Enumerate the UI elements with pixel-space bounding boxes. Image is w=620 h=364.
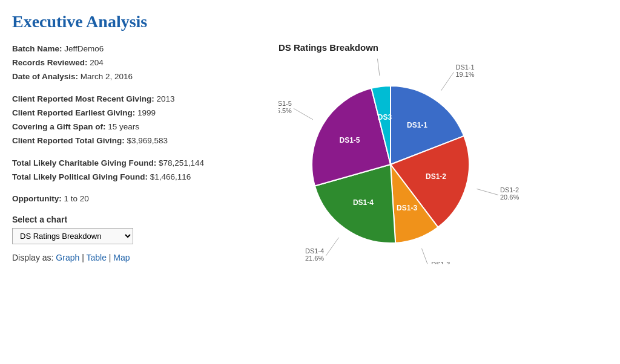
svg-text:DS1-2: DS1-2 (426, 172, 446, 181)
charitable-label: Total Likely Charitable Giving Found: (12, 158, 156, 167)
chart-title: DS Ratings Breakdown (279, 42, 608, 53)
svg-line-9 (421, 249, 429, 264)
right-panel: DS Ratings Breakdown DS1-1DS1-119.1%DS1-… (279, 42, 608, 264)
batch-label: Batch Name: (12, 44, 62, 53)
display-graph-link[interactable]: Graph (56, 253, 79, 262)
page-title: Executive Analysis (12, 12, 608, 31)
chart-select[interactable]: DS Ratings Breakdown (12, 228, 133, 244)
svg-text:3.9%: 3.9% (360, 59, 375, 59)
svg-line-21 (377, 59, 380, 76)
total-giving-label: Client Reported Total Giving: (12, 136, 125, 145)
svg-text:DS1-4: DS1-4 (353, 198, 374, 207)
date-value: March 2, 2016 (81, 72, 133, 81)
svg-text:25.5%: 25.5% (279, 107, 292, 114)
svg-text:DS3: DS3 (378, 113, 392, 122)
records-value: 204 (90, 58, 104, 67)
svg-text:20.6%: 20.6% (500, 193, 519, 201)
date-label: Date of Analysis: (12, 72, 78, 81)
display-as-label: Display as: (12, 253, 53, 262)
batch-value: JeffDemo6 (64, 44, 104, 53)
opportunity-value: 1 to 20 (64, 194, 89, 203)
svg-line-5 (477, 189, 498, 195)
batch-info: Batch Name: JeffDemo6 Records Reviewed: … (12, 42, 266, 84)
chart-container: DS1-1DS1-119.1%DS1-2DS1-220.6%DS1-3DS1-3… (279, 59, 533, 264)
charitable-value: $78,251,144 (159, 158, 204, 167)
svg-line-1 (441, 72, 454, 91)
svg-line-13 (326, 238, 338, 256)
left-panel: Batch Name: JeffDemo6 Records Reviewed: … (12, 42, 266, 262)
records-label: Records Reviewed: (12, 58, 88, 67)
political-label: Total Likely Political Giving Found: (12, 172, 148, 181)
display-as: Display as: Graph | Table | Map (12, 253, 266, 262)
earliest-label: Client Reported Earliest Giving: (12, 108, 135, 117)
svg-text:DS1-4: DS1-4 (305, 247, 324, 255)
pie-chart-svg: DS1-1DS1-119.1%DS1-2DS1-220.6%DS1-3DS1-3… (279, 59, 533, 264)
display-table-link[interactable]: Table (86, 253, 106, 262)
opportunity-info: Opportunity: 1 to 20 (12, 192, 266, 206)
political-value: $1,466,116 (150, 172, 191, 181)
svg-line-17 (294, 108, 313, 120)
svg-text:DS1-3: DS1-3 (431, 261, 450, 264)
gift-span-label: Covering a Gift Span of: (12, 122, 106, 131)
display-map-link[interactable]: Map (113, 253, 130, 262)
most-recent-value: 2013 (157, 94, 175, 103)
giving-info: Client Reported Most Recent Giving: 2013… (12, 93, 266, 148)
svg-text:DS1-2: DS1-2 (500, 186, 519, 193)
svg-text:19.1%: 19.1% (455, 71, 474, 78)
svg-text:21.6%: 21.6% (305, 255, 324, 262)
most-recent-label: Client Reported Most Recent Giving: (12, 94, 154, 103)
svg-text:DS1-5: DS1-5 (279, 100, 292, 107)
svg-text:DS1-1: DS1-1 (407, 121, 427, 129)
svg-text:DS1-3: DS1-3 (397, 204, 417, 212)
svg-text:DS1-1: DS1-1 (455, 63, 474, 71)
opportunity-label: Opportunity: (12, 194, 62, 203)
svg-text:DS1-5: DS1-5 (339, 136, 360, 145)
select-chart-label: Select a chart (12, 215, 266, 224)
total-giving-value: $3,969,583 (127, 136, 168, 145)
gift-span-value: 15 years (108, 122, 139, 131)
totals-info: Total Likely Charitable Giving Found: $7… (12, 157, 266, 184)
earliest-value: 1999 (137, 108, 156, 117)
